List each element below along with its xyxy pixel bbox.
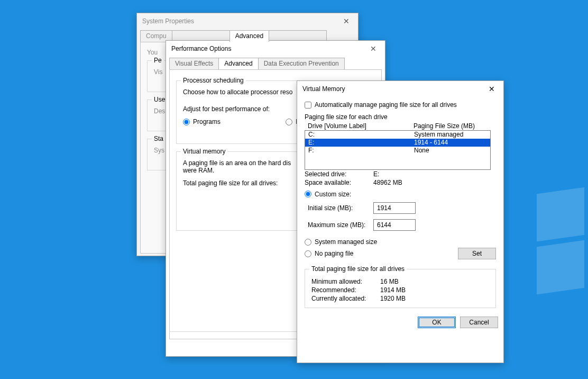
performance-options-titlebar[interactable]: Performance Options ✕ [166, 41, 385, 57]
radio-custom-size-label: Custom size: [315, 191, 351, 198]
drive-list[interactable]: Drive [Volume Label] Paging File Size (M… [305, 122, 491, 162]
drive-name: F: [308, 147, 414, 155]
currently-allocated-value: 1920 MB [380, 295, 489, 302]
performance-options-tabs: Visual Effects Advanced Data Execution P… [166, 58, 385, 69]
maximum-size-input[interactable] [373, 219, 416, 231]
space-available-value: 48962 MB [373, 179, 496, 186]
radio-no-paging-label: No paging file [315, 250, 353, 257]
drive-size: None [414, 147, 487, 155]
proc-sched-legend: Processor scheduling [181, 77, 246, 84]
virtual-memory-title: Virtual Memory [302, 81, 345, 97]
sysprops-user-legend: Use [152, 96, 167, 103]
sysprops-startup-legend: Sta [152, 135, 166, 142]
drive-size: 1914 - 6144 [414, 139, 487, 147]
recommended-label: Recommended: [311, 286, 380, 294]
tab-advanced[interactable]: Advanced [218, 58, 258, 69]
radio-no-paging-input[interactable] [305, 250, 311, 257]
drive-header-size: Paging File Size (MB) [414, 122, 488, 130]
close-icon[interactable]: ✕ [367, 41, 380, 57]
tab-visual-effects[interactable]: Visual Effects [169, 58, 219, 69]
initial-size-label: Initial size (MB): [305, 204, 373, 212]
selected-drive-value: E: [373, 170, 496, 178]
recommended-value: 1914 MB [380, 286, 489, 294]
totals-legend: Total paging file size for all drives [309, 265, 407, 273]
virtual-memory-titlebar[interactable]: Virtual Memory ✕ [297, 81, 503, 97]
close-icon[interactable]: ✕ [485, 81, 498, 97]
drive-name: C: [308, 131, 414, 139]
system-properties-titlebar[interactable]: System Properties ✕ [137, 13, 358, 29]
maximum-size-label: Maximum size (MB): [305, 221, 373, 229]
radio-no-paging[interactable]: No paging file [305, 250, 353, 257]
radio-programs[interactable]: Programs [183, 118, 221, 125]
radio-background-input[interactable] [286, 119, 292, 125]
virtual-memory-window: Virtual Memory ✕ Automatically manage pa… [297, 80, 504, 363]
set-button[interactable]: Set [458, 248, 496, 259]
sysprops-perf-legend: Pe [152, 57, 164, 64]
selected-drive-label: Selected drive: [305, 170, 373, 178]
drive-size: System managed [414, 131, 487, 139]
drive-row[interactable]: E: 1914 - 6144 [305, 139, 490, 147]
close-icon[interactable]: ✕ [340, 13, 353, 29]
tab-advanced[interactable]: Advanced [229, 30, 269, 42]
min-allowed-label: Minimum allowed: [311, 278, 380, 285]
radio-custom-size[interactable]: Custom size: [305, 191, 351, 198]
currently-allocated-label: Currently allocated: [311, 295, 380, 302]
system-properties-title: System Properties [142, 13, 194, 29]
ok-button[interactable]: OK [418, 317, 456, 328]
radio-system-managed[interactable]: System managed size [305, 238, 496, 246]
initial-size-input[interactable] [373, 202, 416, 214]
radio-custom-size-input[interactable] [305, 191, 311, 197]
drive-name: E: [308, 139, 414, 147]
radio-system-managed-label: System managed size [315, 238, 377, 246]
radio-system-managed-input[interactable] [305, 239, 311, 246]
space-available-label: Space available: [305, 179, 373, 186]
auto-manage-label: Automatically manage paging file size fo… [315, 101, 457, 109]
radio-programs-label: Programs [193, 118, 221, 125]
drive-row[interactable]: F: None [305, 147, 490, 155]
vm-legend: Virtual memory [181, 148, 227, 155]
auto-manage-checkbox-input[interactable] [305, 102, 311, 109]
min-allowed-value: 16 MB [380, 278, 489, 285]
cancel-button[interactable]: Cancel [460, 317, 498, 328]
each-drive-label: Paging file size for each drive [305, 113, 496, 121]
radio-programs-input[interactable] [183, 119, 190, 125]
tab-dep[interactable]: Data Execution Prevention [258, 58, 345, 69]
performance-options-title: Performance Options [171, 41, 231, 57]
drive-header-drive: Drive [Volume Label] [308, 122, 414, 130]
drive-row[interactable]: C: System managed [305, 131, 490, 139]
auto-manage-checkbox[interactable]: Automatically manage paging file size fo… [305, 101, 457, 109]
